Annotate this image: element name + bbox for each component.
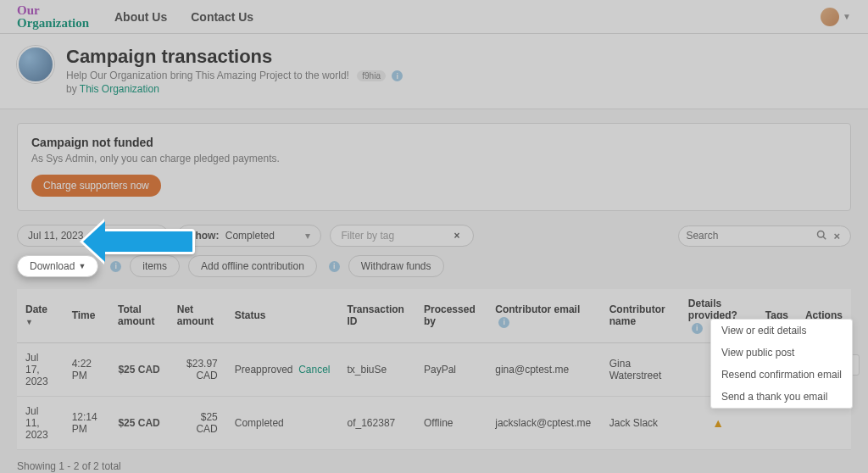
sort-desc-icon: ▼ xyxy=(25,318,33,326)
col-txid[interactable]: Transaction ID xyxy=(339,289,416,342)
campaign-subtitle: Help Our Organization bring This Amazing… xyxy=(66,70,403,81)
clear-tag-icon[interactable]: × xyxy=(450,230,463,242)
campaign-code-chip: f9hia xyxy=(357,70,386,81)
menu-view-post[interactable]: View public post xyxy=(711,342,852,364)
org-link[interactable]: This Organization xyxy=(80,83,159,95)
withdraw-funds-button[interactable]: Withdraw funds xyxy=(348,255,444,277)
col-net[interactable]: Net amount xyxy=(169,289,226,342)
clear-search-icon[interactable]: × xyxy=(830,230,843,242)
tag-filter[interactable]: Filter by tag× xyxy=(330,225,474,247)
nav-about[interactable]: About Us xyxy=(114,10,167,24)
menu-view-edit[interactable]: View or edit details xyxy=(711,320,852,342)
charge-supporters-button[interactable]: Charge supporters now xyxy=(31,175,161,197)
info-icon[interactable]: i xyxy=(329,261,340,272)
manage-items-button[interactable]: items xyxy=(130,255,180,277)
status-filter-select[interactable]: Show: Completed ▾ xyxy=(177,225,321,247)
col-processed[interactable]: Processed by xyxy=(415,289,487,342)
user-menu[interactable]: ▼ xyxy=(821,8,851,26)
col-total[interactable]: Total amount xyxy=(109,289,169,342)
warning-icon[interactable]: ▲ xyxy=(712,416,724,430)
menu-thank-you[interactable]: Send a thank you email xyxy=(711,386,852,408)
page-title: Campaign transactions xyxy=(66,46,403,68)
search-box[interactable]: × xyxy=(678,225,851,247)
row-actions-dropdown: View or edit details View public post Re… xyxy=(710,319,853,409)
info-icon[interactable]: i xyxy=(498,317,509,328)
top-nav: Our Organization About Us Contact Us ▼ xyxy=(0,0,868,34)
svg-point-0 xyxy=(818,231,825,237)
search-input[interactable] xyxy=(686,230,813,242)
chevron-down-icon: ▼ xyxy=(843,12,851,21)
results-count: Showing 1 - 2 of 2 total xyxy=(17,460,851,472)
avatar xyxy=(821,8,839,26)
col-date[interactable]: Date ▼ xyxy=(17,289,64,342)
col-name[interactable]: Contributor name xyxy=(601,289,680,342)
info-icon[interactable]: i xyxy=(110,261,121,272)
col-status[interactable]: Status xyxy=(226,289,339,342)
campaign-header: Campaign transactions Help Our Organizat… xyxy=(0,34,868,109)
alert-text: As Sys Admin, only you can charge pledge… xyxy=(31,153,837,164)
info-icon[interactable]: i xyxy=(692,323,703,334)
add-offline-button[interactable]: Add offline contribution xyxy=(188,255,317,277)
alert-title: Campaign not funded xyxy=(31,136,837,149)
col-time[interactable]: Time xyxy=(64,289,109,342)
cancel-link[interactable]: Cancel xyxy=(298,364,330,376)
tutorial-arrow xyxy=(102,229,195,254)
col-email[interactable]: Contributor email i xyxy=(487,289,600,342)
nav-contact[interactable]: Contact Us xyxy=(191,10,253,24)
logo[interactable]: Our Organization xyxy=(17,4,89,30)
campaign-image xyxy=(17,46,54,83)
menu-resend-email[interactable]: Resend confirmation email xyxy=(711,364,852,386)
search-icon[interactable] xyxy=(813,230,830,242)
svg-line-1 xyxy=(824,236,826,239)
not-funded-alert: Campaign not funded As Sys Admin, only y… xyxy=(17,123,851,211)
chevron-down-icon: ▾ xyxy=(305,230,310,242)
info-icon[interactable]: i xyxy=(392,70,403,81)
action-row: Download ▼ i items Add offline contribut… xyxy=(17,255,851,277)
